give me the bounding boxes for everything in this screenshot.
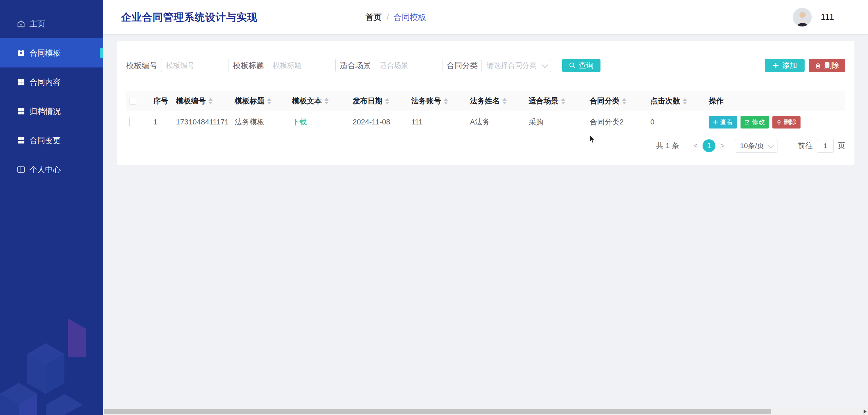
sort-icon[interactable] — [683, 98, 687, 104]
template-no-input[interactable] — [161, 59, 229, 72]
table-header-row: 序号 模板编号 模板标题 模板文本 发布日期 法务账号 法务姓名 适合场景 合同… — [126, 91, 845, 111]
add-button[interactable]: 添加 — [765, 59, 805, 72]
trash-icon — [776, 120, 782, 125]
header-cell-template-no[interactable]: 模板编号 — [176, 96, 235, 106]
sidebar-item-home[interactable]: 主页 — [0, 9, 103, 38]
app-window: 主页 合同模板 合同内容 归档情况 — [0, 0, 868, 415]
template-table: 序号 模板编号 模板标题 模板文本 发布日期 法务账号 法务姓名 适合场景 合同… — [126, 91, 845, 133]
filter-label: 模板编号 — [126, 60, 157, 71]
select-all-checkbox[interactable] — [129, 98, 136, 105]
goto-page-input[interactable] — [817, 139, 834, 153]
sort-icon[interactable] — [209, 98, 213, 104]
row-delete-button[interactable]: 删除 — [772, 116, 801, 129]
search-button-label: 查询 — [579, 60, 594, 71]
cell-publish-date: 2024-11-08 — [353, 118, 411, 126]
sidebar-item-contract-change[interactable]: 合同变更 — [0, 126, 103, 155]
sort-icon[interactable] — [502, 98, 507, 104]
edit-button-label: 修改 — [752, 118, 765, 126]
table-row: 1 1731048411171 法务模板 下载 2024-11-08 111 A… — [126, 111, 845, 133]
view-button[interactable]: 查看 — [709, 116, 737, 129]
pagination: 共 1 条 < 1 > 10条/页 前往 页 — [656, 139, 845, 153]
sort-icon[interactable] — [385, 98, 389, 104]
scrollbar-right-arrow[interactable] — [864, 410, 867, 414]
page-title: 企业合同管理系统设计与实现 — [121, 10, 258, 24]
column-label: 法务姓名 — [470, 96, 500, 106]
column-label: 合同分类 — [590, 96, 619, 106]
active-indicator — [100, 48, 103, 58]
breadcrumb-home[interactable]: 首页 — [366, 12, 382, 23]
sidebar-decoration-cubes — [0, 307, 103, 415]
search-button[interactable]: 查询 — [562, 59, 600, 72]
column-label: 模板文本 — [292, 96, 322, 106]
sidebar-item-contract-content[interactable]: 合同内容 — [0, 67, 103, 97]
header-cell-category[interactable]: 合同分类 — [590, 96, 650, 106]
template-icon — [17, 48, 25, 57]
sidebar-item-label: 合同内容 — [29, 77, 61, 87]
goto-suffix: 页 — [838, 141, 845, 151]
page-size-select[interactable]: 10条/页 — [735, 139, 777, 153]
sort-icon[interactable] — [622, 98, 626, 104]
cell-template-text: 下载 — [292, 117, 353, 127]
column-label: 法务账号 — [411, 96, 441, 106]
template-title-input[interactable] — [268, 59, 336, 72]
column-label: 发布日期 — [353, 96, 382, 106]
panel-icon — [17, 165, 25, 174]
sort-icon[interactable] — [561, 98, 565, 104]
scenario-input[interactable] — [375, 59, 442, 72]
cell-category: 合同分类2 — [590, 117, 650, 127]
breadcrumb-current: 合同模板 — [394, 12, 426, 23]
header-cell-actions: 操作 — [709, 96, 845, 106]
plus-icon — [772, 62, 779, 69]
cell-legal-account: 111 — [411, 118, 470, 126]
page-size-value: 10条/页 — [740, 141, 764, 151]
delete-button[interactable]: 删除 — [809, 59, 845, 72]
delete-button-label: 删除 — [824, 60, 839, 71]
filter-template-title: 模板标题 — [233, 59, 336, 72]
sidebar-item-archive-status[interactable]: 归档情况 — [0, 97, 103, 126]
breadcrumb-separator: / — [387, 13, 389, 22]
top-header: 企业合同管理系统设计与实现 首页 / 合同模板 111 — [103, 0, 868, 34]
sidebar-item-label: 归档情况 — [29, 106, 61, 117]
category-select[interactable]: 请选择合同分类 — [481, 59, 551, 72]
content-area: 模板编号 模板标题 适合场景 合同分类 请选择合同分类 — [103, 34, 868, 415]
prev-page-button[interactable]: < — [689, 141, 703, 150]
filter-template-no: 模板编号 — [126, 59, 229, 72]
column-label: 序号 — [153, 96, 168, 106]
column-label: 操作 — [709, 96, 724, 106]
avatar[interactable] — [793, 8, 812, 27]
sidebar-menu: 主页 合同模板 合同内容 归档情况 — [0, 0, 103, 184]
header-cell-template-text[interactable]: 模板文本 — [292, 96, 353, 106]
chevron-down-icon — [541, 61, 548, 68]
column-label: 模板标题 — [235, 96, 264, 106]
breadcrumb: 首页 / 合同模板 — [366, 12, 426, 23]
page-number-active[interactable]: 1 — [703, 139, 715, 152]
grid-icon — [17, 78, 25, 86]
cell-index: 1 — [153, 118, 176, 126]
edit-button[interactable]: 修改 — [741, 116, 769, 129]
username[interactable]: 111 — [821, 12, 834, 22]
header-cell-publish-date[interactable]: 发布日期 — [353, 96, 411, 106]
plus-icon — [713, 119, 718, 125]
sort-icon[interactable] — [267, 98, 271, 104]
grid-icon — [17, 107, 25, 116]
row-checkbox[interactable] — [129, 117, 130, 126]
sidebar-item-label: 合同模板 — [29, 48, 61, 58]
sidebar: 主页 合同模板 合同内容 归档情况 — [0, 0, 103, 415]
header-cell-template-title[interactable]: 模板标题 — [235, 96, 292, 106]
sort-icon[interactable] — [444, 98, 448, 104]
category-select-placeholder: 请选择合同分类 — [487, 61, 536, 70]
horizontal-scrollbar[interactable] — [103, 408, 868, 415]
header-cell-legal-name[interactable]: 法务姓名 — [470, 96, 529, 106]
scrollbar-thumb[interactable] — [104, 409, 771, 414]
sidebar-item-contract-template[interactable]: 合同模板 — [0, 38, 103, 67]
filter-label: 合同分类 — [447, 60, 478, 71]
filter-category: 合同分类 请选择合同分类 — [447, 59, 551, 72]
header-cell-scenario[interactable]: 适合场景 — [529, 96, 590, 106]
next-page-button[interactable]: > — [715, 141, 729, 150]
goto-label: 前往 — [798, 141, 813, 151]
download-link[interactable]: 下载 — [292, 118, 307, 126]
sidebar-item-personal-center[interactable]: 个人中心 — [0, 155, 103, 184]
header-cell-legal-account[interactable]: 法务账号 — [411, 96, 470, 106]
sort-icon[interactable] — [324, 98, 329, 104]
header-cell-clicks[interactable]: 点击次数 — [650, 96, 709, 106]
